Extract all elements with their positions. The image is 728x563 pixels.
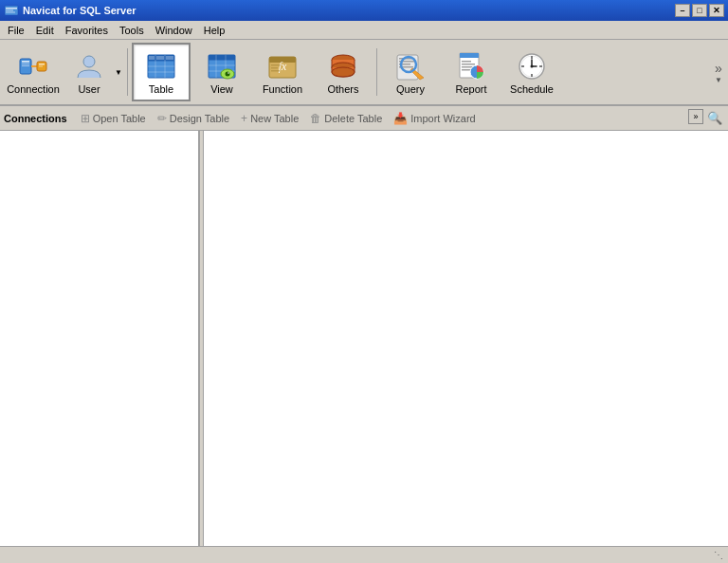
svg-rect-22 bbox=[166, 56, 173, 60]
toolbar-connection-button[interactable]: Connection bbox=[4, 43, 63, 101]
others-label: Others bbox=[327, 83, 358, 95]
resize-grip[interactable]: ⋱ bbox=[713, 550, 724, 561]
delete-table-icon: 🗑 bbox=[310, 112, 321, 125]
status-bar: ⋱ bbox=[0, 546, 728, 563]
others-icon bbox=[328, 51, 358, 82]
chevron-down-icon: ▼ bbox=[115, 68, 122, 77]
svg-rect-7 bbox=[22, 65, 29, 66]
import-wizard-icon: 📥 bbox=[393, 112, 408, 125]
toolbar-query-button[interactable]: Query bbox=[381, 43, 440, 101]
svg-point-64 bbox=[531, 65, 534, 68]
svg-rect-2 bbox=[6, 10, 13, 11]
svg-rect-24 bbox=[209, 55, 235, 60]
app-icon bbox=[4, 3, 19, 18]
svg-rect-21 bbox=[156, 56, 164, 60]
toolbar-function-button[interactable]: fx Function bbox=[253, 43, 312, 101]
right-panel bbox=[204, 131, 728, 546]
report-label: Report bbox=[455, 83, 486, 95]
left-panel bbox=[0, 131, 199, 546]
secondary-toolbar-end: » 🔍 bbox=[688, 109, 724, 128]
user-icon bbox=[74, 51, 104, 83]
design-table-button: ✏ Design Table bbox=[152, 110, 235, 127]
svg-rect-36 bbox=[271, 64, 281, 66]
title-bar: Navicat for SQL Server – □ ✕ bbox=[0, 0, 728, 21]
toolbar-user-button[interactable]: User bbox=[64, 43, 114, 101]
delete-table-button: 🗑 Delete Table bbox=[304, 110, 388, 127]
query-label: Query bbox=[396, 83, 425, 95]
expand-icon: » bbox=[693, 112, 698, 121]
svg-rect-6 bbox=[22, 64, 29, 64]
svg-rect-38 bbox=[271, 70, 280, 72]
svg-text:fx: fx bbox=[279, 60, 287, 73]
open-table-button: ⊞ Open Table bbox=[75, 110, 152, 127]
svg-rect-5 bbox=[22, 61, 29, 63]
svg-rect-3 bbox=[6, 12, 15, 13]
toolbar-overflow[interactable]: » ▼ bbox=[713, 44, 724, 100]
toolbar-schedule-button[interactable]: Schedule bbox=[502, 43, 561, 101]
menu-favorites[interactable]: Favorites bbox=[60, 23, 114, 38]
svg-point-31 bbox=[226, 72, 230, 77]
svg-rect-52 bbox=[462, 64, 475, 65]
main-content bbox=[0, 131, 728, 546]
table-icon bbox=[146, 51, 176, 82]
function-label: Function bbox=[263, 83, 302, 95]
toolbar-separator-2 bbox=[376, 48, 377, 96]
view-icon bbox=[207, 51, 237, 82]
new-table-label: New Table bbox=[250, 113, 299, 124]
new-table-icon: + bbox=[241, 112, 247, 125]
toolbar-user-container[interactable]: User ▼ bbox=[64, 43, 123, 101]
menu-bar: File Edit Favorites Tools Window Help bbox=[0, 21, 728, 40]
svg-rect-20 bbox=[149, 56, 155, 60]
svg-rect-11 bbox=[39, 66, 43, 67]
toolbar-separator-1 bbox=[127, 48, 128, 96]
svg-point-41 bbox=[332, 67, 355, 77]
user-dropdown-arrow[interactable]: ▼ bbox=[114, 43, 123, 101]
schedule-icon bbox=[517, 51, 547, 82]
user-label: User bbox=[78, 83, 100, 95]
grip-icon: ⋱ bbox=[714, 550, 723, 560]
svg-rect-50 bbox=[460, 53, 479, 58]
delete-table-label: Delete Table bbox=[324, 113, 382, 124]
overflow-down-icon: ▼ bbox=[715, 76, 722, 84]
minimize-button[interactable]: – bbox=[675, 4, 690, 17]
query-icon bbox=[395, 51, 426, 82]
main-toolbar: Connection User ▼ bbox=[0, 40, 728, 106]
open-table-label: Open Table bbox=[93, 113, 146, 124]
menu-edit[interactable]: Edit bbox=[30, 23, 60, 38]
menu-help[interactable]: Help bbox=[198, 23, 231, 38]
svg-point-32 bbox=[228, 72, 229, 74]
connection-label: Connection bbox=[7, 83, 60, 95]
toolbar-view-button[interactable]: View bbox=[192, 43, 251, 101]
maximize-button[interactable]: □ bbox=[692, 4, 707, 17]
report-icon bbox=[456, 51, 486, 82]
toolbar-report-button[interactable]: Report bbox=[442, 43, 500, 101]
import-wizard-label: Import Wizard bbox=[410, 113, 475, 124]
function-icon: fx bbox=[267, 51, 298, 82]
view-label: View bbox=[210, 83, 233, 95]
close-button[interactable]: ✕ bbox=[709, 4, 724, 17]
search-icon: 🔍 bbox=[707, 111, 722, 125]
search-button[interactable]: 🔍 bbox=[705, 109, 724, 128]
table-label: Table bbox=[149, 83, 173, 95]
new-table-button: + New Table bbox=[235, 110, 304, 127]
expand-button[interactable]: » bbox=[688, 109, 703, 124]
toolbar-table-button[interactable]: Table bbox=[132, 43, 191, 101]
svg-point-12 bbox=[83, 56, 95, 67]
secondary-toolbar: Connections ⊞ Open Table ✏ Design Table … bbox=[0, 106, 728, 131]
design-table-label: Design Table bbox=[170, 113, 229, 124]
menu-tools[interactable]: Tools bbox=[114, 23, 150, 38]
window-controls[interactable]: – □ ✕ bbox=[675, 4, 724, 17]
svg-rect-10 bbox=[39, 64, 45, 65]
connection-icon bbox=[18, 51, 48, 82]
toolbar-others-button[interactable]: Others bbox=[314, 43, 373, 101]
svg-rect-51 bbox=[462, 61, 471, 63]
menu-window[interactable]: Window bbox=[150, 23, 198, 38]
connections-label: Connections bbox=[4, 113, 67, 124]
svg-rect-1 bbox=[6, 8, 17, 9]
import-wizard-button: 📥 Import Wizard bbox=[388, 110, 481, 127]
design-table-icon: ✏ bbox=[157, 112, 167, 125]
svg-rect-37 bbox=[271, 67, 278, 69]
window-title: Navicat for SQL Server bbox=[23, 5, 675, 16]
menu-file[interactable]: File bbox=[2, 23, 30, 38]
schedule-label: Schedule bbox=[510, 83, 554, 95]
